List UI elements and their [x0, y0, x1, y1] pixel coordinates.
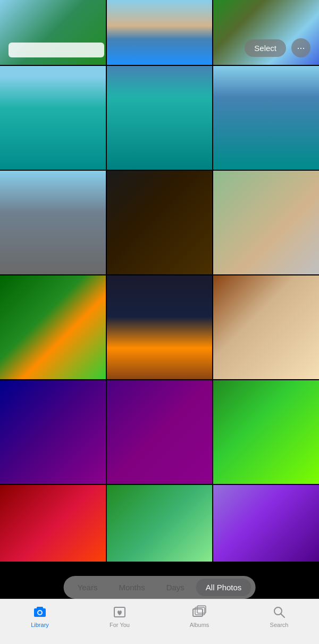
tab-albums-label: Albums [190, 622, 209, 628]
photo-cell[interactable] [107, 171, 213, 274]
photo-cell[interactable] [107, 380, 213, 484]
photo-cell[interactable] [213, 275, 319, 379]
photo-row-1 [0, 66, 319, 170]
photo-row-3 [0, 275, 319, 379]
photo-row-5 [0, 485, 319, 562]
photo-cell[interactable] [107, 66, 213, 170]
more-button[interactable]: ··· [291, 38, 310, 57]
photo-cell[interactable] [0, 380, 106, 484]
header-buttons: Select ··· [245, 38, 310, 57]
tab-library-label: Library [31, 622, 49, 628]
photo-cell[interactable] [0, 66, 106, 170]
library-icon [32, 605, 47, 620]
photo-cell[interactable] [213, 171, 319, 274]
view-selector: Years Months Days All Photos [64, 576, 256, 599]
tab-library[interactable]: Library [0, 605, 80, 628]
select-button[interactable]: Select [245, 39, 286, 57]
photo-row-2 [0, 171, 319, 274]
view-years-button[interactable]: Years [68, 579, 107, 596]
for-you-icon [112, 605, 127, 620]
photo-cell[interactable] [0, 171, 106, 274]
photo-grid [0, 0, 319, 562]
tab-search-label: Search [270, 622, 289, 628]
albums-icon [192, 605, 207, 620]
photo-cell[interactable] [213, 485, 319, 562]
bottom-area: Years Months Days All Photos Library [0, 562, 319, 644]
photo-cell[interactable] [0, 275, 106, 379]
header-title-area [9, 43, 104, 57]
header-title-bg [9, 43, 104, 57]
photo-cell[interactable] [107, 485, 213, 562]
svg-rect-1 [37, 607, 43, 609]
header: Select ··· [0, 0, 319, 65]
view-months-button[interactable]: Months [109, 579, 154, 596]
search-icon [272, 605, 287, 620]
photo-cell[interactable] [213, 380, 319, 484]
svg-point-3 [38, 611, 41, 614]
view-all-photos-button[interactable]: All Photos [196, 579, 251, 596]
tab-search[interactable]: Search [239, 605, 319, 628]
tab-albums[interactable]: Albums [160, 605, 239, 628]
svg-line-9 [281, 614, 284, 617]
photo-cell[interactable] [213, 66, 319, 170]
tab-for-you[interactable]: For You [80, 605, 160, 628]
view-days-button[interactable]: Days [157, 579, 194, 596]
photo-cell[interactable] [0, 485, 106, 562]
photo-cell[interactable] [107, 275, 213, 379]
tab-bar: Library For You Albums [0, 599, 319, 644]
tab-for-you-label: For You [110, 622, 130, 628]
photo-row-4 [0, 380, 319, 484]
